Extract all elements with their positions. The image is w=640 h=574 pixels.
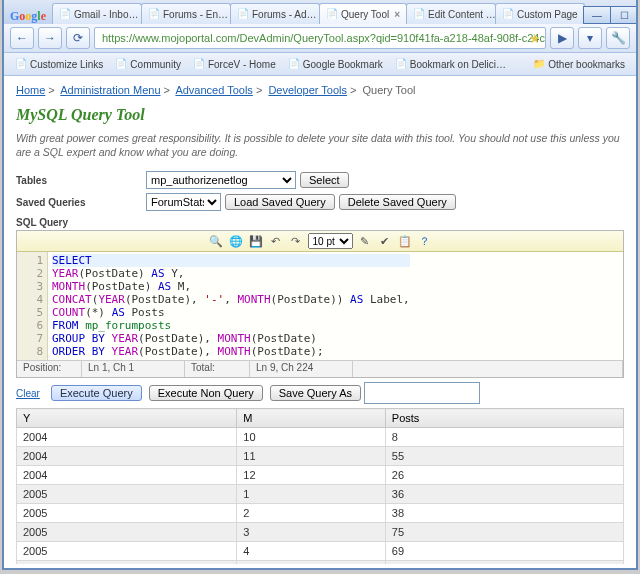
editor-statusbar: Position: Ln 1, Ch 1 Total: Ln 9, Ch 224	[17, 360, 623, 377]
bookmark-item[interactable]: 📄ForceV - Home	[188, 56, 281, 72]
crumb-admin[interactable]: Administration Menu	[60, 84, 160, 96]
query-actions: Clear Execute Query Execute Non Query Sa…	[16, 382, 624, 404]
address-bar[interactable]: https://www.mojoportal.com/DevAdmin/Quer…	[94, 27, 546, 49]
browser-tab[interactable]: 📄Forums - Ad…×	[230, 3, 320, 24]
crumb-home[interactable]: Home	[16, 84, 45, 96]
browser-tab[interactable]: 📄Gmail - Inbo…×	[52, 3, 142, 24]
table-row[interactable]: 2005375	[17, 523, 624, 542]
browser-toolbar: ← → ⟳ https://www.mojoportal.com/DevAdmi…	[4, 24, 636, 53]
delete-saved-button[interactable]: Delete Saved Query	[339, 194, 456, 210]
warning-text: With great power comes great responsibil…	[16, 132, 624, 159]
table-row[interactable]: 2005238	[17, 504, 624, 523]
bookmark-star-icon[interactable]: ★	[529, 31, 541, 46]
google-logo: Google	[10, 9, 46, 24]
check-icon[interactable]: ✔	[377, 233, 393, 249]
table-row[interactable]: 20041226	[17, 466, 624, 485]
save-query-name-input[interactable]	[364, 382, 480, 404]
other-bookmarks[interactable]: 📁 Other bookmarks	[528, 56, 630, 72]
maximize-button[interactable]: ☐	[610, 6, 638, 24]
browser-tab[interactable]: 📄Query Tool×	[319, 3, 407, 24]
wrench-button[interactable]: 🔧	[606, 27, 630, 49]
table-row[interactable]: 2004108	[17, 428, 624, 447]
forward-button[interactable]: →	[38, 27, 62, 49]
window-buttons: ― ☐ ✕	[584, 6, 638, 24]
help-icon[interactable]: ？	[417, 233, 433, 249]
bookmark-icon: 📄	[193, 58, 205, 70]
clear-link[interactable]: Clear	[16, 388, 40, 399]
tables-label: Tables	[16, 175, 146, 186]
load-saved-button[interactable]: Load Saved Query	[225, 194, 335, 210]
page-menu-button[interactable]: ▾	[578, 27, 602, 49]
table-row[interactable]: 2005567	[17, 561, 624, 564]
redo-icon[interactable]: ↷	[288, 233, 304, 249]
sql-query-label: SQL Query	[16, 217, 624, 228]
table-row[interactable]: 2005469	[17, 542, 624, 561]
saved-queries-select[interactable]: ForumStats	[146, 193, 221, 211]
undo-icon[interactable]: ↶	[268, 233, 284, 249]
bookmark-icon: 📄	[395, 58, 407, 70]
go-button[interactable]: ▶	[550, 27, 574, 49]
folder-icon: 📁	[533, 58, 545, 70]
find-icon[interactable]: 🔍	[208, 233, 224, 249]
execute-query-button[interactable]: Execute Query	[51, 385, 142, 401]
highlight-icon[interactable]: ✎	[357, 233, 373, 249]
column-header[interactable]: M	[237, 409, 385, 428]
minimize-button[interactable]: ―	[583, 6, 611, 24]
browser-titlebar: Google 📄Gmail - Inbo…×📄Forums - En…×📄For…	[4, 0, 636, 24]
copy-icon[interactable]: 📋	[397, 233, 413, 249]
editor-toolbar: 🔍 🌐 💾 ↶ ↷ 10 pt ✎ ✔ 📋 ？	[17, 231, 623, 252]
favicon-icon: 📄	[326, 8, 338, 20]
favicon-icon: 📄	[59, 8, 71, 20]
select-button[interactable]: Select	[300, 172, 349, 188]
crumb-developer[interactable]: Developer Tools	[268, 84, 347, 96]
bookmark-icon: 📄	[288, 58, 300, 70]
code-area[interactable]: 123456789 SELECT YEAR(PostDate) AS Y, MO…	[17, 252, 623, 360]
url-text: https://www.mojoportal.com/DevAdmin/Quer…	[102, 32, 546, 44]
page-content: Home> Administration Menu> Advanced Tool…	[4, 76, 636, 564]
bookmark-icon: 📄	[115, 58, 127, 70]
browser-tab[interactable]: 📄Custom Page×	[495, 3, 585, 24]
bookmark-item[interactable]: 📄Customize Links	[10, 56, 108, 72]
crumb-advanced[interactable]: Advanced Tools	[175, 84, 252, 96]
back-button[interactable]: ←	[10, 27, 34, 49]
bookmark-icon: 📄	[15, 58, 27, 70]
sql-editor: 🔍 🌐 💾 ↶ ↷ 10 pt ✎ ✔ 📋 ？ 123456789 SELECT…	[16, 230, 624, 378]
bookmarks-bar: 📄Customize Links📄Community📄ForceV - Home…	[4, 53, 636, 76]
execute-non-query-button[interactable]: Execute Non Query	[149, 385, 263, 401]
close-button[interactable]: ✕	[637, 6, 638, 24]
bookmark-item[interactable]: 📄Google Bookmark	[283, 56, 388, 72]
favicon-icon: 📄	[237, 8, 249, 20]
breadcrumb: Home> Administration Menu> Advanced Tool…	[16, 84, 624, 96]
save-query-as-button[interactable]: Save Query As	[270, 385, 361, 401]
globe-icon[interactable]: 🌐	[228, 233, 244, 249]
browser-tab[interactable]: 📄Forums - En…×	[141, 3, 231, 24]
reload-button[interactable]: ⟳	[66, 27, 90, 49]
results-table: YMPosts 20041082004115520041226200513620…	[16, 408, 624, 564]
favicon-icon: 📄	[148, 8, 160, 20]
fontsize-select[interactable]: 10 pt	[308, 233, 353, 249]
crumb-current: Query Tool	[363, 84, 416, 96]
tab-close-icon[interactable]: ×	[394, 9, 400, 20]
save-icon[interactable]: 💾	[248, 233, 264, 249]
column-header[interactable]: Posts	[385, 409, 623, 428]
tables-select[interactable]: mp_authorizenetlog	[146, 171, 296, 189]
saved-queries-label: Saved Queries	[16, 197, 146, 208]
favicon-icon: 📄	[413, 8, 425, 20]
favicon-icon: 📄	[502, 8, 514, 20]
column-header[interactable]: Y	[17, 409, 237, 428]
bookmark-item[interactable]: 📄Community	[110, 56, 186, 72]
bookmark-item[interactable]: 📄Bookmark on Delici…	[390, 56, 511, 72]
browser-tab[interactable]: 📄Edit Content …×	[406, 3, 496, 24]
page-title: MySQL Query Tool	[16, 106, 624, 124]
table-row[interactable]: 20041155	[17, 447, 624, 466]
table-row[interactable]: 2005136	[17, 485, 624, 504]
